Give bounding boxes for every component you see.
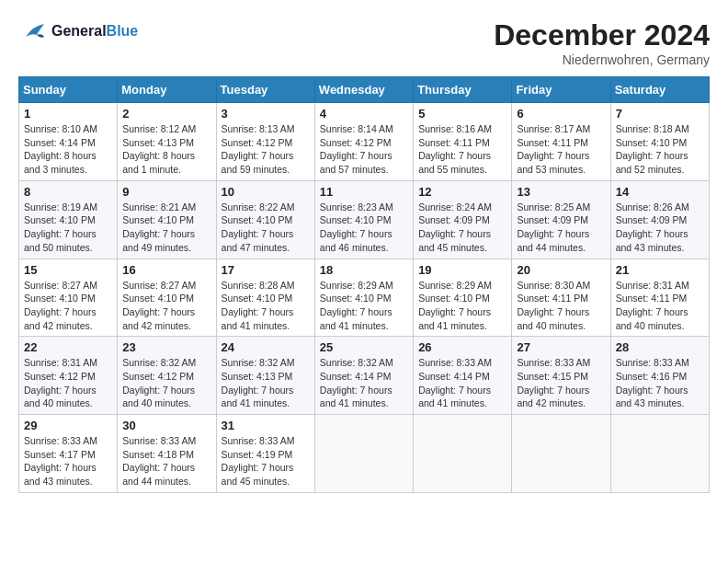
day-info: Sunrise: 8:33 AMSunset: 4:15 PMDaylight:… (517, 356, 605, 410)
month-title: December 2024 (494, 18, 710, 52)
page-header: GeneralBlue December 2024 Niedernwohren,… (18, 18, 710, 67)
day-number: 11 (320, 185, 408, 199)
weekday-header-friday: Friday (512, 77, 610, 103)
calendar-day-cell: 29Sunrise: 8:33 AMSunset: 4:17 PMDayligh… (19, 415, 118, 493)
day-number: 29 (24, 419, 112, 432)
day-info: Sunrise: 8:16 AMSunset: 4:11 PMDaylight:… (418, 122, 506, 177)
day-info: Sunrise: 8:22 AMSunset: 4:10 PMDaylight:… (222, 201, 310, 255)
day-number: 4 (320, 107, 408, 121)
calendar-week-row: 22Sunrise: 8:31 AMSunset: 4:12 PMDayligh… (19, 337, 710, 415)
calendar-day-cell: 24Sunrise: 8:32 AMSunset: 4:13 PMDayligh… (216, 337, 314, 415)
calendar-day-cell: 18Sunrise: 8:29 AMSunset: 4:10 PMDayligh… (314, 259, 413, 337)
calendar-day-cell: 27Sunrise: 8:33 AMSunset: 4:15 PMDayligh… (512, 337, 610, 415)
day-info: Sunrise: 8:19 AMSunset: 4:10 PMDaylight:… (24, 201, 112, 255)
calendar-day-cell: 30Sunrise: 8:33 AMSunset: 4:18 PMDayligh… (118, 415, 216, 493)
day-info: Sunrise: 8:33 AMSunset: 4:14 PMDaylight:… (418, 356, 506, 410)
calendar-week-row: 1Sunrise: 8:10 AMSunset: 4:14 PMDaylight… (19, 103, 710, 181)
logo: GeneralBlue (18, 18, 138, 44)
day-number: 24 (222, 340, 310, 354)
day-number: 25 (320, 340, 408, 354)
calendar-day-cell: 16Sunrise: 8:27 AMSunset: 4:10 PMDayligh… (118, 259, 216, 337)
calendar-day-cell: 22Sunrise: 8:31 AMSunset: 4:12 PMDayligh… (19, 337, 118, 415)
day-number: 23 (122, 340, 210, 354)
calendar-day-cell: 2Sunrise: 8:12 AMSunset: 4:13 PMDaylight… (118, 103, 216, 181)
day-info: Sunrise: 8:14 AMSunset: 4:12 PMDaylight:… (320, 122, 408, 177)
day-number: 20 (517, 263, 605, 277)
day-number: 14 (616, 185, 704, 199)
day-info: Sunrise: 8:32 AMSunset: 4:13 PMDaylight:… (222, 356, 310, 410)
calendar-day-cell: 11Sunrise: 8:23 AMSunset: 4:10 PMDayligh… (314, 180, 413, 259)
day-info: Sunrise: 8:17 AMSunset: 4:11 PMDaylight:… (517, 122, 605, 177)
day-info: Sunrise: 8:29 AMSunset: 4:10 PMDaylight:… (418, 279, 506, 333)
title-block: December 2024 Niedernwohren, Germany (494, 18, 710, 67)
day-info: Sunrise: 8:33 AMSunset: 4:16 PMDaylight:… (616, 356, 704, 410)
day-number: 6 (517, 107, 605, 121)
calendar-day-cell: 6Sunrise: 8:17 AMSunset: 4:11 PMDaylight… (512, 103, 610, 181)
calendar-day-cell: 23Sunrise: 8:32 AMSunset: 4:12 PMDayligh… (118, 337, 216, 415)
calendar-day-cell: 7Sunrise: 8:18 AMSunset: 4:10 PMDaylight… (610, 103, 709, 181)
day-info: Sunrise: 8:27 AMSunset: 4:10 PMDaylight:… (24, 279, 112, 333)
day-info: Sunrise: 8:10 AMSunset: 4:14 PMDaylight:… (24, 122, 112, 177)
day-number: 17 (222, 263, 310, 277)
day-info: Sunrise: 8:21 AMSunset: 4:10 PMDaylight:… (122, 201, 210, 255)
day-info: Sunrise: 8:26 AMSunset: 4:09 PMDaylight:… (616, 201, 704, 255)
calendar-day-cell: 17Sunrise: 8:28 AMSunset: 4:10 PMDayligh… (216, 259, 314, 337)
weekday-header-tuesday: Tuesday (216, 77, 314, 103)
day-number: 28 (616, 340, 704, 354)
weekday-header-sunday: Sunday (19, 77, 118, 103)
day-info: Sunrise: 8:27 AMSunset: 4:10 PMDaylight:… (122, 279, 210, 333)
day-info: Sunrise: 8:29 AMSunset: 4:10 PMDaylight:… (320, 279, 408, 333)
weekday-header-wednesday: Wednesday (314, 77, 413, 103)
calendar-day-cell (610, 415, 709, 493)
calendar-day-cell: 20Sunrise: 8:30 AMSunset: 4:11 PMDayligh… (512, 259, 610, 337)
calendar-day-cell: 10Sunrise: 8:22 AMSunset: 4:10 PMDayligh… (216, 180, 314, 259)
calendar-day-cell: 25Sunrise: 8:32 AMSunset: 4:14 PMDayligh… (314, 337, 413, 415)
weekday-header-thursday: Thursday (414, 77, 512, 103)
calendar-day-cell: 14Sunrise: 8:26 AMSunset: 4:09 PMDayligh… (610, 180, 709, 259)
day-number: 16 (122, 263, 210, 277)
day-number: 10 (222, 185, 310, 199)
day-number: 7 (616, 107, 704, 121)
location-subtitle: Niedernwohren, Germany (494, 52, 710, 67)
day-info: Sunrise: 8:33 AMSunset: 4:18 PMDaylight:… (122, 434, 210, 488)
day-info: Sunrise: 8:32 AMSunset: 4:14 PMDaylight:… (320, 356, 408, 410)
weekday-header-saturday: Saturday (610, 77, 709, 103)
calendar-day-cell: 31Sunrise: 8:33 AMSunset: 4:19 PMDayligh… (216, 415, 314, 493)
day-info: Sunrise: 8:32 AMSunset: 4:12 PMDaylight:… (122, 356, 210, 410)
day-info: Sunrise: 8:25 AMSunset: 4:09 PMDaylight:… (517, 201, 605, 255)
calendar-day-cell: 3Sunrise: 8:13 AMSunset: 4:12 PMDaylight… (216, 103, 314, 181)
day-number: 18 (320, 263, 408, 277)
day-info: Sunrise: 8:24 AMSunset: 4:09 PMDaylight:… (418, 201, 506, 255)
day-info: Sunrise: 8:13 AMSunset: 4:12 PMDaylight:… (222, 122, 310, 177)
calendar-day-cell: 5Sunrise: 8:16 AMSunset: 4:11 PMDaylight… (414, 103, 512, 181)
day-info: Sunrise: 8:12 AMSunset: 4:13 PMDaylight:… (122, 122, 210, 177)
day-info: Sunrise: 8:18 AMSunset: 4:10 PMDaylight:… (616, 122, 704, 177)
calendar-header-row: SundayMondayTuesdayWednesdayThursdayFrid… (19, 77, 710, 103)
calendar-day-cell: 28Sunrise: 8:33 AMSunset: 4:16 PMDayligh… (610, 337, 709, 415)
calendar-day-cell: 1Sunrise: 8:10 AMSunset: 4:14 PMDaylight… (19, 103, 118, 181)
calendar-day-cell (414, 415, 512, 493)
day-number: 2 (122, 107, 210, 121)
weekday-header-monday: Monday (118, 77, 216, 103)
calendar-day-cell: 12Sunrise: 8:24 AMSunset: 4:09 PMDayligh… (414, 180, 512, 259)
calendar-week-row: 15Sunrise: 8:27 AMSunset: 4:10 PMDayligh… (19, 259, 710, 337)
day-info: Sunrise: 8:31 AMSunset: 4:11 PMDaylight:… (616, 279, 704, 333)
calendar-day-cell: 19Sunrise: 8:29 AMSunset: 4:10 PMDayligh… (414, 259, 512, 337)
calendar-day-cell: 13Sunrise: 8:25 AMSunset: 4:09 PMDayligh… (512, 180, 610, 259)
day-number: 21 (616, 263, 704, 277)
calendar-day-cell: 4Sunrise: 8:14 AMSunset: 4:12 PMDaylight… (314, 103, 413, 181)
calendar-week-row: 29Sunrise: 8:33 AMSunset: 4:17 PMDayligh… (19, 415, 710, 493)
day-info: Sunrise: 8:28 AMSunset: 4:10 PMDaylight:… (222, 279, 310, 333)
day-info: Sunrise: 8:33 AMSunset: 4:19 PMDaylight:… (222, 434, 310, 488)
day-info: Sunrise: 8:31 AMSunset: 4:12 PMDaylight:… (24, 356, 112, 410)
day-number: 15 (24, 263, 112, 277)
day-number: 22 (24, 340, 112, 354)
day-number: 12 (418, 185, 506, 199)
day-number: 3 (222, 107, 310, 121)
logo-icon (18, 18, 48, 44)
day-info: Sunrise: 8:23 AMSunset: 4:10 PMDaylight:… (320, 201, 408, 255)
calendar-day-cell: 9Sunrise: 8:21 AMSunset: 4:10 PMDaylight… (118, 180, 216, 259)
calendar-week-row: 8Sunrise: 8:19 AMSunset: 4:10 PMDaylight… (19, 180, 710, 259)
calendar-day-cell (314, 415, 413, 493)
day-number: 19 (418, 263, 506, 277)
